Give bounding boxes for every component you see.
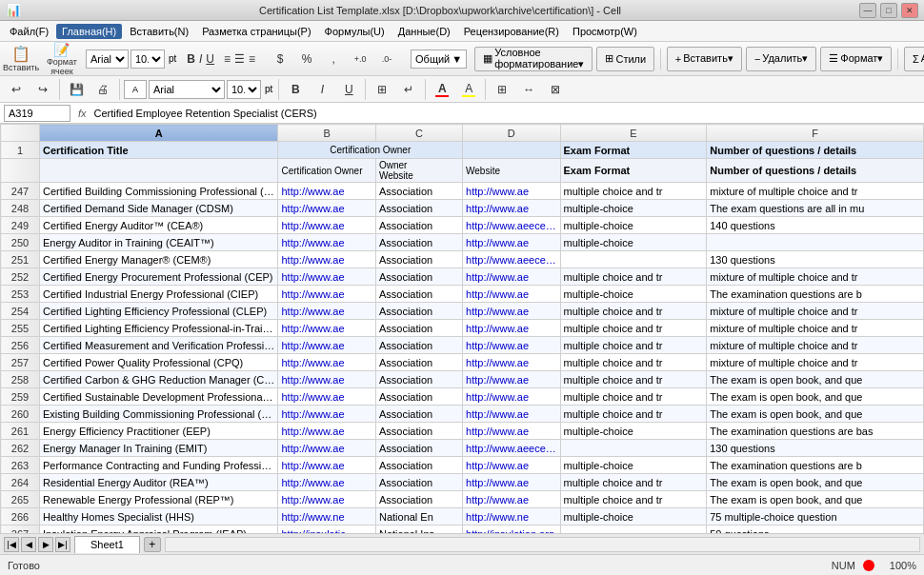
cell-owner[interactable]: http://www.ae bbox=[278, 388, 375, 406]
cell-exam-format[interactable] bbox=[560, 251, 707, 268]
cell-owner-type[interactable]: Association bbox=[375, 268, 462, 286]
cell-exam-format[interactable]: multiple-choice bbox=[560, 234, 707, 251]
cell-title[interactable]: Existing Building Commissioning Professi… bbox=[39, 406, 278, 423]
cell-owner[interactable]: http://www.ae bbox=[278, 423, 375, 440]
cell-owner[interactable]: http://www.ae bbox=[278, 183, 375, 200]
next-sheet-button[interactable]: ▶ bbox=[38, 537, 53, 552]
cell-owner[interactable]: http://www.ne bbox=[278, 508, 375, 525]
cell-exam-format[interactable]: multiple-choice bbox=[560, 423, 707, 440]
cell-owner-type[interactable]: Association bbox=[375, 200, 462, 217]
comma-button[interactable]: , bbox=[321, 47, 346, 71]
menu-home[interactable]: Главная(H) bbox=[56, 24, 122, 39]
spreadsheet-scroll-area[interactable]: A B C D E F 1 Certification Title Certif… bbox=[0, 124, 924, 533]
cell-owner-type[interactable]: Association bbox=[375, 406, 462, 423]
cell-exam-format[interactable]: multiple-choice bbox=[560, 286, 707, 303]
increase-decimal-button[interactable]: +.0 bbox=[348, 47, 372, 71]
cell-exam-format[interactable]: multiple choice and tr bbox=[560, 268, 707, 286]
cell-details[interactable]: 50 questions bbox=[707, 525, 924, 534]
cell-details[interactable]: mixture of multiple choice and tr bbox=[707, 320, 924, 337]
paste-button[interactable]: 📋 Вставить bbox=[4, 47, 38, 71]
close-button[interactable]: ✕ bbox=[901, 3, 918, 18]
cell-details[interactable]: The exam is open book, and que bbox=[707, 491, 924, 508]
align-center-button[interactable]: ☰ bbox=[233, 47, 246, 71]
cell-website[interactable]: http://www.ae bbox=[463, 303, 560, 320]
cell-owner[interactable]: http://www.ae bbox=[278, 320, 375, 337]
cell-owner[interactable]: http://www.ae bbox=[278, 268, 375, 286]
format-button[interactable]: ☰ Формат▾ bbox=[820, 47, 892, 71]
cell-owner-type[interactable]: Association bbox=[375, 474, 462, 491]
cell-title[interactable]: Energy Efficiency Practitioner (EEP) bbox=[39, 423, 278, 440]
col-header-a[interactable]: A bbox=[39, 125, 278, 142]
cell-owner-type[interactable]: National Ins bbox=[375, 525, 462, 534]
align-left-button[interactable]: ≡ bbox=[223, 47, 231, 71]
cell-owner-type[interactable]: Association bbox=[375, 457, 462, 474]
cell-owner[interactable]: http://www.ae bbox=[278, 200, 375, 217]
cell-owner[interactable]: http://www.ae bbox=[278, 457, 375, 474]
cell-title[interactable]: Certified Energy Procurement Professiona… bbox=[39, 268, 278, 286]
delete-button[interactable]: − Удалить▾ bbox=[746, 47, 816, 71]
prev-sheet-button[interactable]: ◀ bbox=[21, 537, 36, 552]
underline2-button[interactable]: U bbox=[336, 77, 361, 102]
cell-owner-type[interactable]: Association bbox=[375, 183, 462, 200]
italic-button[interactable]: I bbox=[198, 47, 203, 71]
underline-button[interactable]: U bbox=[205, 47, 215, 71]
bold-button[interactable]: B bbox=[186, 47, 196, 71]
col-header-c[interactable]: C bbox=[375, 125, 462, 142]
maximize-button[interactable]: □ bbox=[880, 3, 897, 18]
cell-website[interactable]: http://www.ne bbox=[463, 508, 560, 525]
font-color-button[interactable]: A bbox=[430, 77, 454, 102]
cell-website[interactable]: http://www.ae bbox=[463, 286, 560, 303]
cell-owner[interactable]: http://www.ae bbox=[278, 474, 375, 491]
cell-details[interactable]: mixture of multiple choice and tr bbox=[707, 183, 924, 200]
menu-page-layout[interactable]: Разметка страницы(P) bbox=[196, 24, 316, 39]
cell-exam-format[interactable]: multiple choice and tr bbox=[560, 491, 707, 508]
cell-exam-format[interactable]: multiple-choice bbox=[560, 217, 707, 234]
insert-col-button[interactable]: ↔ bbox=[516, 77, 541, 102]
cell-title[interactable]: Performance Contracting and Funding Prof… bbox=[39, 457, 278, 474]
toolbar2-font-size[interactable]: 10.0 bbox=[227, 80, 261, 99]
toolbar2-icon1[interactable]: A bbox=[124, 80, 147, 99]
cell-owner[interactable]: http://insulatic bbox=[278, 525, 375, 534]
redo-button[interactable]: ↪ bbox=[30, 77, 55, 102]
cell-details[interactable]: mixture of multiple choice and tr bbox=[707, 268, 924, 286]
cell-title[interactable]: Certified Demand Side Manager (CDSM) bbox=[39, 200, 278, 217]
cell-website[interactable]: http://insulation.org bbox=[463, 525, 560, 534]
font-size-select[interactable]: 10.0 bbox=[131, 50, 165, 69]
cell-website[interactable]: http://www.ae bbox=[463, 371, 560, 388]
cell-owner-type[interactable]: Association bbox=[375, 371, 462, 388]
cell-exam-format[interactable] bbox=[560, 525, 707, 534]
cell-exam-format[interactable]: multiple-choice bbox=[560, 508, 707, 525]
align-right-button[interactable]: ≡ bbox=[248, 47, 256, 71]
cell-title[interactable]: Certified Energy Manager® (CEM®) bbox=[39, 251, 278, 268]
col-header-b[interactable]: B bbox=[278, 125, 375, 142]
cell-exam-format[interactable]: multiple choice and tr bbox=[560, 371, 707, 388]
sheet-tab-sheet1[interactable]: Sheet1 bbox=[74, 536, 140, 553]
cell-details[interactable]: The exam is open book, and que bbox=[707, 406, 924, 423]
first-sheet-button[interactable]: |◀ bbox=[4, 537, 19, 552]
cell-owner[interactable]: http://www.ae bbox=[278, 234, 375, 251]
cell-owner-type[interactable]: Association bbox=[375, 251, 462, 268]
cell-website[interactable]: http://www.aeecenter.org bbox=[463, 440, 560, 457]
wrap-button[interactable]: ↵ bbox=[396, 77, 421, 102]
cell-owner-type[interactable]: Association bbox=[375, 286, 462, 303]
borders-button[interactable]: ⊞ bbox=[490, 77, 514, 102]
cell-title[interactable]: Certified Energy Auditor™ (CEA®) bbox=[39, 217, 278, 234]
cell-website[interactable]: http://www.ae bbox=[463, 388, 560, 406]
cell-details[interactable]: The exam is open book, and que bbox=[707, 474, 924, 491]
cell-reference-input[interactable] bbox=[4, 105, 70, 122]
number-format-dropdown[interactable]: Общий ▼ bbox=[411, 50, 467, 69]
font-select[interactable]: Arial bbox=[86, 50, 129, 69]
cell-website[interactable]: http://www.ae bbox=[463, 183, 560, 200]
cell-details[interactable]: The examination questions are bas bbox=[707, 423, 924, 440]
undo-button[interactable]: ↩ bbox=[4, 77, 29, 102]
cell-details[interactable]: The exam is open book, and que bbox=[707, 371, 924, 388]
formula-input[interactable] bbox=[94, 105, 920, 122]
cell-owner[interactable]: http://www.ae bbox=[278, 491, 375, 508]
minimize-button[interactable]: — bbox=[859, 3, 876, 18]
cell-details[interactable]: mixture of multiple choice and tr bbox=[707, 303, 924, 320]
insert-button[interactable]: + Вставить▾ bbox=[667, 47, 742, 71]
cell-owner[interactable]: http://www.ae bbox=[278, 406, 375, 423]
cell-title[interactable]: Certified Sustainable Development Profes… bbox=[39, 388, 278, 406]
save-button[interactable]: 💾 bbox=[64, 77, 89, 102]
cell-website[interactable]: http://www.ae bbox=[463, 491, 560, 508]
